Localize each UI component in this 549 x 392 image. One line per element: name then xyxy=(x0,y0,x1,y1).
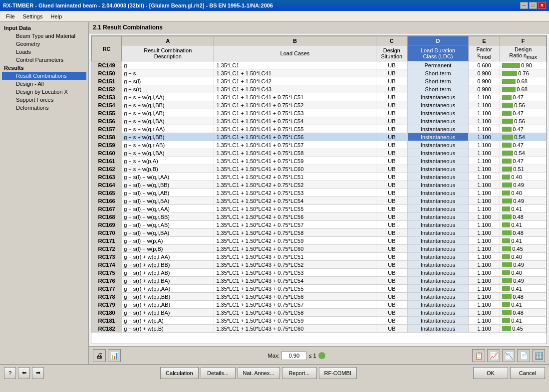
toolbar-btn-1[interactable]: 🖨 xyxy=(93,349,106,362)
design-cell: UB xyxy=(376,221,408,229)
sidebar-item-design-all[interactable]: Design - All xyxy=(2,80,86,88)
table-scroll[interactable]: RC A B C D E F Result CombinationDescrip… xyxy=(91,36,547,344)
table-row[interactable]: RC174 g + s(r) + w(q,l,BB) 1.35*LC1 + 1.… xyxy=(92,261,547,269)
icon-btn-2[interactable]: ➡ xyxy=(32,367,44,379)
details-button[interactable]: Details... xyxy=(201,367,236,379)
table-row[interactable]: RC162 g + s + w(p,B) 1.35*LC1 + 1.50*LC4… xyxy=(92,165,547,173)
menu-file[interactable]: File xyxy=(2,12,19,20)
table-row[interactable]: RC160 g + s + w(q,l,BA) 1.35*LC1 + 1.50*… xyxy=(92,149,547,157)
sidebar-item-geometry[interactable]: Geometry xyxy=(2,40,86,48)
sidebar-item-loads[interactable]: Loads xyxy=(2,48,86,56)
sidebar-item-control-parameters[interactable]: Control Parameters xyxy=(2,56,86,64)
sidebar-item-deformations[interactable]: Deformations xyxy=(2,104,86,112)
rc-cell: RC174 xyxy=(92,261,122,269)
table-row[interactable]: RC156 g + s + w(q,l,BA) 1.35*LC1 + 1.50*… xyxy=(92,117,547,125)
close-button[interactable]: ✕ xyxy=(538,2,546,9)
load-cell: 1.35*LC1 + 1.50*LC43 + 0.75*LC52 xyxy=(214,261,376,269)
table-row[interactable]: RC170 g + s(l) + w(q,l,BA) 1.35*LC1 + 1.… xyxy=(92,229,547,237)
table-row[interactable]: RC150 g + s 1.35*LC1 + 1.50*LC41 UB Shor… xyxy=(92,69,547,77)
sidebar-item-beam-type[interactable]: Beam Type and Material xyxy=(2,32,86,40)
ldc-cell: Instantaneous xyxy=(408,229,469,237)
table-row[interactable]: RC175 g + s(r) + w(q,l,AB) 1.35*LC1 + 1.… xyxy=(92,269,547,277)
ldc-cell: Instantaneous xyxy=(408,165,469,173)
table-row[interactable]: RC163 g + s(l) + w(q,l,AA) 1.35*LC1 + 1.… xyxy=(92,173,547,181)
ldc-cell: Instantaneous xyxy=(408,293,469,301)
content-header: 2.1 Result Combinations xyxy=(89,22,549,33)
ldc-cell: Instantaneous xyxy=(408,149,469,157)
table-row[interactable]: RC164 g + s(l) + w(q,l,BB) 1.35*LC1 + 1.… xyxy=(92,181,547,189)
table-row[interactable]: RC181 g + s(r) + w(p,A) 1.35*LC1 + 1.50*… xyxy=(92,317,547,325)
table-row[interactable]: RC182 g + s(r) + w(p,B) 1.35*LC1 + 1.50*… xyxy=(92,325,547,333)
table-row[interactable]: RC168 g + s(l) + w(q,r,BB) 1.35*LC1 + 1.… xyxy=(92,213,547,221)
toolbar-btn-3[interactable]: 📋 xyxy=(472,349,485,362)
sidebar-item-support-forces[interactable]: Support Forces xyxy=(2,96,86,104)
menu-settings[interactable]: Settings xyxy=(19,12,47,20)
desc-cell: g + s(l) + w(q,l,BB) xyxy=(122,181,214,189)
design-cell: UB xyxy=(376,293,408,301)
ldc-cell: Instantaneous xyxy=(408,141,469,149)
rc-cell: RC170 xyxy=(92,229,122,237)
load-cell: 1.35*LC1 + 1.50*LC41 + 0.75*LC55 xyxy=(214,125,376,133)
rc-cell: RC162 xyxy=(92,165,122,173)
factor-cell: 1.100 xyxy=(468,165,500,173)
calculation-button[interactable]: Calculation xyxy=(160,367,198,379)
toolbar-btn-4[interactable]: 📈 xyxy=(487,349,500,362)
ok-button[interactable]: OK xyxy=(473,367,508,379)
toolbar-btn-2[interactable]: 📊 xyxy=(108,349,121,362)
desc-cell: g + s + w(p,B) xyxy=(122,165,214,173)
table-row[interactable]: RC149 g 1.35*LC1 UB Permanent 0.600 0.90 xyxy=(92,61,547,69)
table-row[interactable]: RC151 g + s(l) 1.35*LC1 + 1.50*LC42 UB S… xyxy=(92,77,547,85)
table-row[interactable]: RC179 g + s(r) + w(q,r,AB) 1.35*LC1 + 1.… xyxy=(92,301,547,309)
factor-cell: 1.100 xyxy=(468,181,500,189)
table-container: RC A B C D E F Result CombinationDescrip… xyxy=(91,35,547,344)
table-row[interactable]: RC159 g + s + w(q,r,AB) 1.35*LC1 + 1.50*… xyxy=(92,141,547,149)
load-cell: 1.35*LC1 + 1.50*LC43 + 0.75*LC56 xyxy=(214,293,376,301)
table-row[interactable]: RC155 g + s + w(q,l,AB) 1.35*LC1 + 1.50*… xyxy=(92,109,547,117)
ratio-cell: 0.48 xyxy=(500,293,547,301)
content-area: 2.1 Result Combinations RC A B C D E F xyxy=(89,22,549,364)
rc-cell: RC167 xyxy=(92,205,122,213)
table-row[interactable]: RC165 g + s(l) + w(q,l,AB) 1.35*LC1 + 1.… xyxy=(92,189,547,197)
max-input[interactable] xyxy=(281,351,306,360)
toolbar-btn-7[interactable]: 🔢 xyxy=(532,349,545,362)
report-button[interactable]: Report... xyxy=(282,367,317,379)
table-row[interactable]: RC166 g + s(l) + w(q,l,BA) 1.35*LC1 + 1.… xyxy=(92,197,547,205)
table-row[interactable]: RC153 g + s + w(q,l,AA) 1.35*LC1 + 1.50*… xyxy=(92,93,547,101)
rc-cell: RC152 xyxy=(92,85,122,93)
table-row[interactable]: RC180 g + s(r) + w(q,l,BA) 1.35*LC1 + 1.… xyxy=(92,309,547,317)
table-row[interactable]: RC154 g + s + w(q,l,BB) 1.35*LC1 + 1.50*… xyxy=(92,101,547,109)
rf-combi-button[interactable]: RF-COMBI xyxy=(319,367,357,379)
table-row[interactable]: RC152 g + s(r) 1.35*LC1 + 1.50*LC43 UB S… xyxy=(92,85,547,93)
nat-annex-button[interactable]: Nat. Annex... xyxy=(238,367,280,379)
table-row[interactable]: RC157 g + s + w(q,r,AA) 1.35*LC1 + 1.50*… xyxy=(92,125,547,133)
table-row[interactable]: RC173 g + s(r) + w(q,l,AA) 1.35*LC1 + 1.… xyxy=(92,253,547,261)
load-cell: 1.35*LC1 + 1.50*LC43 + 0.75*LC54 xyxy=(214,277,376,285)
sidebar-item-result-combinations[interactable]: Result Combinations xyxy=(2,72,86,80)
load-cell: 1.35*LC1 + 1.50*LC41 + 0.75*LC54 xyxy=(214,117,376,125)
ldc-cell: Short-term xyxy=(408,77,469,85)
table-row[interactable]: RC172 g + s(l) + w(p,B) 1.35*LC1 + 1.50*… xyxy=(92,245,547,253)
help-button[interactable]: ? xyxy=(4,367,16,379)
table-row[interactable]: RC176 g + s(r) + w(q,l,BA) 1.35*LC1 + 1.… xyxy=(92,277,547,285)
desc-cell: g + s + w(q,l,BB) xyxy=(122,101,214,109)
table-row[interactable]: RC171 g + s(l) + w(p,A) 1.35*LC1 + 1.50*… xyxy=(92,237,547,245)
toolbar-btn-6[interactable]: 📄 xyxy=(517,349,530,362)
desc-cell: g + s + w(q,r,AB) xyxy=(122,141,214,149)
table-row[interactable]: RC167 g + s(l) + w(q,r,AA) 1.35*LC1 + 1.… xyxy=(92,205,547,213)
ldc-cell: Instantaneous xyxy=(408,117,469,125)
table-row[interactable]: RC161 g + s + w(p,A) 1.35*LC1 + 1.50*LC4… xyxy=(92,157,547,165)
minimize-button[interactable]: ─ xyxy=(520,2,528,9)
rc-cell: RC178 xyxy=(92,293,122,301)
ratio-cell: 0.68 xyxy=(500,85,547,93)
table-row[interactable]: RC158 g + s + w(q,l,BB) 1.35*LC1 + 1.50*… xyxy=(92,133,547,141)
toolbar-btn-5[interactable]: 📉 xyxy=(502,349,515,362)
sidebar-item-design-by-location[interactable]: Design by Location X xyxy=(2,88,86,96)
menu-help[interactable]: Help xyxy=(46,12,66,20)
icon-btn-1[interactable]: ⬅ xyxy=(18,367,30,379)
ldc-cell: Instantaneous xyxy=(408,285,469,293)
table-row[interactable]: RC178 g + s(r) + w(q,r,BB) 1.35*LC1 + 1.… xyxy=(92,293,547,301)
maximize-button[interactable]: □ xyxy=(529,2,537,9)
cancel-button[interactable]: Cancel xyxy=(510,367,545,379)
table-row[interactable]: RC169 g + s(l) + w(q,r,AB) 1.35*LC1 + 1.… xyxy=(92,221,547,229)
table-row[interactable]: RC177 g + s(r) + w(q,r,AA) 1.35*LC1 + 1.… xyxy=(92,285,547,293)
